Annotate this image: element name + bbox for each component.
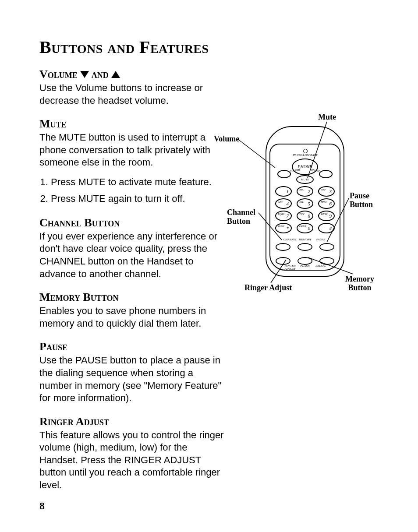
memory-heading: Memory Button — [39, 291, 228, 304]
key-6: 6MNO — [318, 198, 335, 209]
fn-pause-label: PAUSE — [316, 238, 325, 241]
key-8-sub: TUV — [299, 210, 304, 218]
led-circle-icon — [303, 149, 308, 153]
key-0-num: 0 — [308, 225, 311, 231]
phone-button: PHONE — [292, 159, 318, 175]
key-5-sub: JKL — [299, 197, 304, 206]
triangle-up-icon — [111, 71, 120, 78]
memory-body: Enables you to save phone numbers in mem… — [39, 305, 228, 330]
volume-up-button — [319, 170, 333, 178]
pause-body: Use the PAUSE button to place a pause in… — [39, 354, 228, 404]
handset-diagram: Mute Volume Channel Button Pause Button … — [209, 113, 389, 301]
fn-row-top — [276, 243, 334, 251]
key-2: 2ABC — [297, 186, 313, 197]
ringer-body: This feature allows you to control the r… — [39, 429, 228, 492]
callout-mute: Mute — [318, 113, 336, 122]
key-2-num: 2 — [308, 189, 311, 194]
callout-ringer-adjust: Ringer Adjust — [244, 284, 292, 292]
key-star: *TONE — [275, 223, 292, 233]
key-7: 7PQRS — [275, 211, 292, 221]
channel-button — [276, 243, 290, 251]
main-text-column: Buttons and Features Volume and Use the … — [39, 37, 228, 492]
fn-ringer-label: RINGER ADJUST — [285, 264, 296, 271]
key-5: 5JKL — [297, 198, 313, 209]
pause-button — [319, 243, 334, 251]
fn-channel-label: CHANNEL — [283, 238, 297, 241]
mute-step-1: Press MUTE to activate mute feature. — [51, 175, 228, 189]
document-page: Buttons and Features Volume and Use the … — [0, 0, 418, 532]
volume-heading-part2: and — [92, 68, 109, 81]
triangle-down-icon — [80, 71, 89, 78]
callout-channel-button: Channel Button — [227, 208, 255, 226]
fn-flash-label: FLASH — [301, 264, 310, 268]
volume-heading: Volume and — [39, 68, 228, 81]
key-8: 8TUV — [297, 211, 313, 221]
callout-memory-button: Memory Button — [345, 275, 374, 292]
memory-button — [298, 243, 312, 251]
page-title: Buttons and Features — [39, 37, 228, 57]
channel-body: If you ever experience any interference … — [39, 230, 228, 280]
mute-step-2: Press MUTE again to turn it off. — [51, 192, 228, 206]
key-4: 4GHI — [275, 198, 292, 209]
led-label: IN USE/LOW BATT — [293, 153, 317, 157]
key-1: 1 — [275, 186, 292, 197]
volume-body: Use the Volume buttons to increase or de… — [39, 82, 228, 107]
key-star-num: * — [287, 225, 289, 231]
key-7-num: 7 — [287, 213, 289, 218]
key-3-sub: DEF — [321, 185, 326, 194]
channel-heading: Channel Button — [39, 216, 228, 229]
key-8-num: 8 — [308, 213, 311, 218]
key-3-num: 3 — [329, 189, 332, 194]
callout-pause-button: Pause Button — [350, 192, 373, 209]
page-number: 8 — [39, 500, 45, 512]
key-9-num: 9 — [329, 213, 332, 218]
mute-button: MUTE — [296, 175, 314, 184]
key-9: 9WXYZ — [318, 211, 335, 221]
mute-body: The MUTE button is used to interrupt a p… — [39, 131, 228, 169]
key-1-num: 1 — [287, 189, 289, 194]
key-4-num: 4 — [287, 201, 289, 206]
key-0-sub: OPER — [299, 222, 306, 231]
key-hash: # — [318, 223, 335, 233]
key-0: 0OPER — [297, 223, 313, 233]
mute-heading: Mute — [39, 117, 228, 130]
key-6-sub: MNO — [321, 197, 326, 206]
ringer-heading: Ringer Adjust — [39, 415, 228, 428]
key-hash-num: # — [329, 225, 332, 231]
volume-heading-part1: Volume — [39, 68, 78, 81]
mute-steps: Press MUTE to activate mute feature. Pre… — [39, 175, 228, 206]
pause-heading: Pause — [39, 340, 228, 353]
key-7-sub: PQRS — [278, 210, 284, 218]
key-2-sub: ABC — [299, 185, 304, 194]
callout-volume: Volume — [214, 135, 239, 144]
handset-outline: IN USE/LOW BATT PHONE VOLUME VOLUME MUTE… — [266, 126, 344, 277]
keypad: 1 2ABC 3DEF 4GHI 5JKL 6MNO 7PQRS 8TUV 9W… — [275, 186, 335, 233]
key-3: 3DEF — [318, 186, 335, 197]
key-6-num: 6 — [329, 201, 332, 206]
key-star-sub: TONE — [278, 222, 284, 231]
key-5-num: 5 — [308, 201, 311, 206]
key-4-sub: GHI — [278, 197, 283, 206]
fn-redial-label: REDIAL — [315, 264, 326, 268]
fn-memory-label: MEMORY — [298, 238, 311, 241]
volume-down-button — [277, 170, 291, 178]
key-9-sub: WXYZ — [321, 210, 327, 218]
